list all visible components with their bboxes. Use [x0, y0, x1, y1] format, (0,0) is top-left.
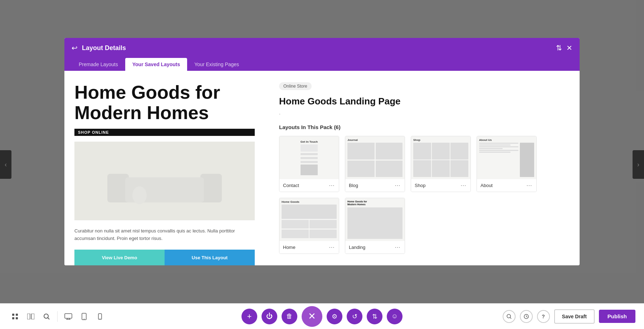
- preview-cta-row: View Live Demo Use This Layout: [74, 250, 255, 265]
- search-icon: [43, 313, 50, 320]
- modal-header-right: ⇅ ✕: [556, 44, 572, 52]
- toolbar-settings-button[interactable]: ⚙: [327, 309, 342, 324]
- layout-card-footer-home: Home ⋯: [279, 241, 339, 254]
- modal-title: Layout Details: [82, 44, 126, 52]
- question-icon: ?: [542, 314, 545, 319]
- svg-rect-13: [65, 314, 72, 318]
- layout-card-landing[interactable]: Home Goods forModern Homes Landing ⋯: [345, 198, 405, 254]
- toolbar-info-icon-button[interactable]: [503, 310, 516, 323]
- preview-headline: Home Goods for Modern Homes: [74, 82, 255, 123]
- toolbar-add-button[interactable]: +: [241, 309, 257, 324]
- toolbar-left: [9, 310, 106, 323]
- content-panel: Online Store Home Goods Landing Page . L…: [265, 71, 580, 265]
- preview-body-text: Curabitur non nulla sit amet nisl tempus…: [74, 220, 255, 250]
- layout-card-thumb-about: About Us: [477, 136, 536, 179]
- svg-line-25: [526, 316, 527, 317]
- layout-card-thumb-home: Home Goods: [279, 198, 339, 241]
- toolbar-history-button[interactable]: ↺: [347, 309, 362, 324]
- toolbar-power-button[interactable]: ⏻: [262, 309, 277, 324]
- preview-hero-image: [74, 142, 255, 220]
- tab-saved-layouts[interactable]: Your Saved Layouts: [125, 58, 187, 71]
- toolbar-history-icon-button[interactable]: [520, 310, 533, 323]
- page-subtitle: .: [279, 110, 565, 116]
- mobile-icon: [98, 313, 102, 320]
- grid-icon: [11, 313, 19, 320]
- svg-point-18: [84, 319, 84, 319]
- layout-card-label-shop: Shop: [415, 183, 425, 188]
- modal-tabs: Premade Layouts Your Saved Layouts Your …: [64, 58, 580, 71]
- upload-icon-button[interactable]: ⇅: [556, 44, 562, 52]
- toolbar-swap-button[interactable]: ⇅: [367, 309, 382, 324]
- category-badge: Online Store: [279, 82, 312, 90]
- back-button[interactable]: ↩: [72, 44, 78, 52]
- publish-button[interactable]: Publish: [599, 310, 635, 323]
- toolbar-emoji-button[interactable]: ☺: [387, 309, 402, 324]
- layout-card-label-home: Home: [283, 245, 296, 250]
- save-draft-button[interactable]: Save Draft: [554, 309, 595, 324]
- layout-card-shop[interactable]: Shop: [411, 136, 471, 192]
- layout-card-blog[interactable]: Journal Blog ⋯: [345, 136, 405, 192]
- toolbar-center: + ⏻ 🗑 ✕ ⚙ ↺ ⇅ ☺: [241, 306, 402, 327]
- toolbar-divider: [57, 311, 58, 322]
- toolbar-right: ? Save Draft Publish: [503, 309, 635, 324]
- layout-card-label-contact: Contact: [283, 183, 299, 188]
- toolbar-desktop-button[interactable]: [62, 310, 75, 323]
- toolbar-columns-button[interactable]: [24, 310, 37, 323]
- layout-card-more-contact[interactable]: ⋯: [328, 182, 335, 189]
- search-circle-icon: [506, 314, 512, 319]
- tab-existing-pages[interactable]: Your Existing Pages: [187, 58, 246, 71]
- layout-card-home[interactable]: Home Goods: [279, 198, 339, 254]
- layout-card-label-about: About: [480, 183, 493, 188]
- layout-card-footer-shop: Shop ⋯: [411, 179, 470, 192]
- layout-details-modal: ↩ Layout Details ⇅ ✕ Premade Layouts You…: [64, 38, 580, 265]
- toolbar-search-button[interactable]: [40, 310, 53, 323]
- toolbar-close-button[interactable]: ✕: [302, 306, 322, 327]
- layout-card-more-about[interactable]: ⋯: [526, 182, 533, 189]
- layout-card-about[interactable]: About Us: [477, 136, 537, 192]
- svg-rect-6: [16, 314, 18, 316]
- layout-card-footer-landing: Landing ⋯: [345, 241, 405, 254]
- view-live-demo-button[interactable]: View Live Demo: [74, 250, 165, 265]
- use-this-layout-button[interactable]: Use This Layout: [165, 250, 255, 265]
- toolbar-mobile-button[interactable]: [93, 310, 106, 323]
- layout-card-footer-contact: Contact ⋯: [279, 179, 339, 192]
- layouts-grid: Get In Touch Contact ⋯: [279, 136, 565, 254]
- toolbar-trash-button[interactable]: 🗑: [282, 309, 297, 324]
- svg-rect-7: [12, 317, 14, 319]
- modal-header: ↩ Layout Details ⇅ ✕: [64, 38, 580, 58]
- toolbar-dots-button[interactable]: [9, 310, 21, 323]
- layout-card-more-landing[interactable]: ⋯: [394, 244, 401, 251]
- svg-rect-9: [27, 314, 30, 319]
- layout-card-thumb-contact: Get In Touch: [279, 136, 339, 179]
- preview-panel: Home Goods for Modern Homes SHOP ONLINE: [64, 71, 265, 265]
- preview-shop-button: SHOP ONLINE: [74, 129, 255, 136]
- svg-rect-10: [31, 314, 34, 319]
- layout-card-more-shop[interactable]: ⋯: [460, 182, 467, 189]
- modal-overlay: ↩ Layout Details ⇅ ✕ Premade Layouts You…: [0, 0, 644, 303]
- toolbar-question-icon-button[interactable]: ?: [537, 310, 550, 323]
- columns-icon: [27, 314, 34, 319]
- bottom-toolbar: + ⏻ 🗑 ✕ ⚙ ↺ ⇅ ☺ ? Save Draft Publish: [0, 303, 644, 329]
- toolbar-tablet-button[interactable]: [78, 310, 91, 323]
- layout-card-contact[interactable]: Get In Touch Contact ⋯: [279, 136, 339, 192]
- layout-card-thumb-shop: Shop: [411, 136, 470, 179]
- svg-point-4: [132, 186, 147, 204]
- svg-line-22: [510, 317, 511, 319]
- svg-point-20: [99, 318, 100, 319]
- desktop-icon: [64, 313, 72, 320]
- modal-header-left: ↩ Layout Details: [72, 44, 126, 52]
- close-button[interactable]: ✕: [566, 44, 572, 52]
- layout-card-more-blog[interactable]: ⋯: [394, 182, 401, 189]
- modal-body: Home Goods for Modern Homes SHOP ONLINE: [64, 71, 580, 265]
- layout-card-more-home[interactable]: ⋯: [328, 244, 335, 251]
- page-title: Home Goods Landing Page: [279, 96, 565, 107]
- svg-rect-8: [16, 317, 18, 319]
- preview-mock: Home Goods for Modern Homes SHOP ONLINE: [64, 71, 265, 265]
- layout-card-footer-blog: Blog ⋯: [345, 179, 405, 192]
- layout-card-thumb-landing: Home Goods forModern Homes: [345, 198, 405, 241]
- layout-card-thumb-blog: Journal: [345, 136, 405, 179]
- tab-premade-layouts[interactable]: Premade Layouts: [72, 58, 125, 71]
- layout-card-label-landing: Landing: [349, 245, 365, 250]
- clock-icon: [523, 314, 529, 319]
- tablet-icon: [82, 313, 87, 320]
